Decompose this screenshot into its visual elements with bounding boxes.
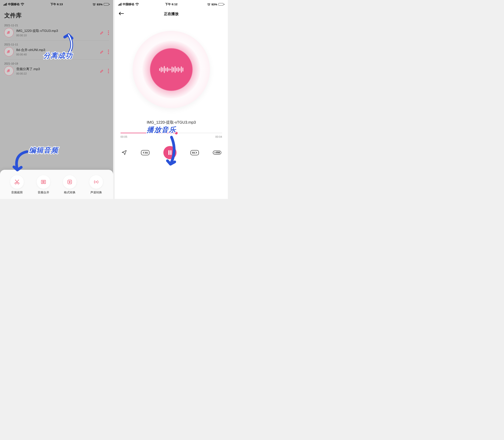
file-name: 8d-合并-ohUNI.mp3 <box>16 48 97 52</box>
edit-icon[interactable] <box>100 50 104 54</box>
player-title: 正在播放 <box>164 11 179 16</box>
page-title: 文件库 <box>0 9 113 21</box>
player-controls: 5S 5S 1x 倍速 <box>115 138 228 159</box>
tool-merge[interactable]: 音频合并 <box>37 175 50 194</box>
svg-rect-9 <box>170 150 171 155</box>
tool-format[interactable]: 格式转换 <box>63 175 76 194</box>
file-date: 2021-11-11 <box>4 43 109 46</box>
music-note-icon <box>4 66 14 76</box>
back-icon[interactable] <box>119 11 124 17</box>
file-item[interactable]: 2021-11-21 IMG_1220-提取-vTGU3.mp3 00:00:1… <box>4 21 109 41</box>
tool-label: 音频合并 <box>38 191 49 194</box>
battery-pct: 93% <box>211 3 217 6</box>
annotation-edit: 编辑音频 <box>29 146 58 155</box>
signal-icon <box>3 3 7 6</box>
music-note-icon <box>4 28 14 37</box>
track-name: IMG_1220-提取-vTGU3.mp3 <box>115 120 228 125</box>
file-duration: 00:00:40 <box>16 53 97 56</box>
progress-thumb[interactable] <box>175 132 178 135</box>
remaining-time: 00:04 <box>215 135 222 138</box>
edit-icon[interactable] <box>100 69 104 73</box>
progress-slider[interactable] <box>121 133 222 133</box>
battery-pct: 93% <box>97 3 103 6</box>
wifi-icon <box>21 3 24 6</box>
player-screen: 中国移动 下午 6:12 93% 正在播放 <box>115 0 228 199</box>
file-duration: 00:00:10 <box>16 34 97 37</box>
merge-icon <box>37 175 50 189</box>
svg-rect-8 <box>168 150 170 155</box>
player-header: 正在播放 <box>115 9 228 19</box>
status-bar: 中国移动 下午 6:12 93% <box>115 0 228 9</box>
music-note-icon <box>4 47 14 56</box>
speed-button[interactable]: 1x 倍速 <box>213 151 221 154</box>
alarm-icon <box>207 3 210 6</box>
status-bar: 中国移动 下午 6:13 93% <box>0 0 113 9</box>
edit-icon[interactable] <box>100 30 104 35</box>
file-name: IMG_1220-提取-vTGU3.mp3 <box>16 28 97 33</box>
battery-icon <box>218 3 224 6</box>
file-item[interactable]: 2021-10-19 音频分离了.mp3 00:00:22 <box>4 60 109 79</box>
channel-icon <box>89 175 103 189</box>
more-icon[interactable] <box>108 30 109 35</box>
waveform-icon <box>159 66 183 73</box>
skip-forward-button[interactable]: 5S <box>191 150 199 155</box>
pause-button[interactable] <box>163 146 177 159</box>
svg-point-6 <box>95 181 97 182</box>
tool-label: 音频裁剪 <box>11 191 23 194</box>
skip-back-button[interactable]: 5S <box>141 150 150 155</box>
tool-channel[interactable]: 声道转换 <box>89 175 103 194</box>
wifi-icon <box>135 3 139 6</box>
scissors-icon <box>10 175 24 189</box>
file-date: 2021-10-19 <box>4 62 109 65</box>
alarm-icon <box>93 3 95 6</box>
file-list: 2021-11-21 IMG_1220-提取-vTGU3.mp3 00:00:1… <box>0 21 113 79</box>
file-item[interactable]: 2021-11-11 8d-合并-ohUNI.mp3 00:00:40 <box>4 41 109 60</box>
audio-visualizer <box>115 19 228 116</box>
share-icon[interactable] <box>121 150 127 155</box>
tool-label: 声道转换 <box>90 191 102 194</box>
signal-icon <box>118 3 122 6</box>
more-icon[interactable] <box>108 50 109 54</box>
elapsed-time: 00:05 <box>121 135 127 138</box>
svg-rect-5 <box>68 180 72 184</box>
status-time: 下午 6:13 <box>50 2 63 6</box>
more-icon[interactable] <box>108 69 109 73</box>
carrier-label: 中国移动 <box>8 2 19 6</box>
carrier-label: 中国移动 <box>123 2 134 6</box>
tool-trim[interactable]: 音频裁剪 <box>10 175 24 194</box>
file-duration: 00:00:22 <box>16 72 97 75</box>
edit-toolbar: 音频裁剪 音频合并 格式转换 声道转换 <box>0 170 113 199</box>
status-time: 下午 6:12 <box>165 2 177 6</box>
file-name: 音频分离了.mp3 <box>16 67 97 71</box>
file-library-screen: 中国移动 下午 6:13 93% 文件库 2021-11-21 <box>0 0 113 199</box>
file-date: 2021-11-21 <box>4 24 109 27</box>
battery-icon <box>104 3 110 6</box>
convert-icon <box>63 175 76 189</box>
tool-label: 格式转换 <box>64 191 76 194</box>
